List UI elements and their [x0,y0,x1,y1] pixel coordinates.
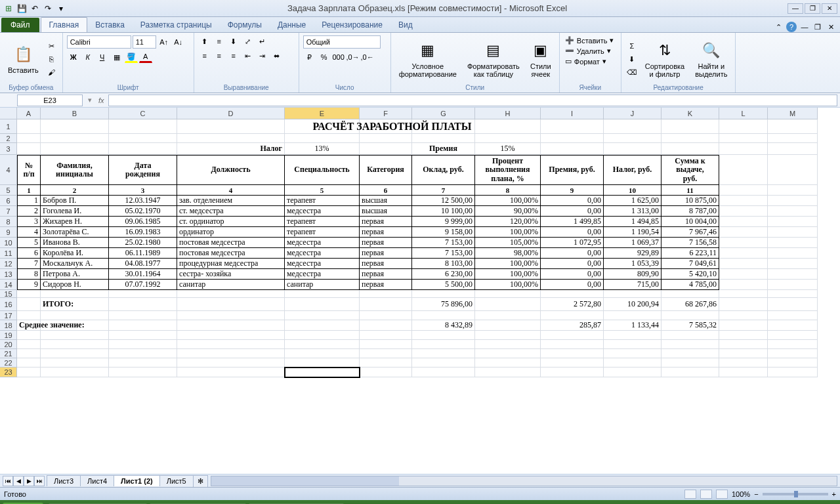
cell[interactable]: ст. ординатор [177,217,285,227]
cell[interactable]: 2 [41,185,109,196]
cell[interactable] [719,134,768,143]
cell[interactable]: РАСЧЁТ ЗАРАБОТНОЙ ПЛАТЫ [17,119,768,134]
cell[interactable]: 1 313,00 [604,206,662,217]
orientation-button[interactable]: ⤢ [242,35,255,47]
cell[interactable]: постовая медсестра [177,248,285,259]
row-header[interactable]: 7 [0,206,17,217]
row-header[interactable]: 19 [0,331,17,340]
cell[interactable]: 0,00 [541,269,604,280]
row-headers[interactable]: 1234567891011121314151617181920212223 [0,119,17,377]
cell[interactable] [17,331,41,340]
cell[interactable]: 5 [285,185,360,196]
autosum-button[interactable]: Σ [625,40,639,52]
cell[interactable] [360,340,412,349]
name-box[interactable] [17,94,83,106]
cell[interactable] [768,196,818,206]
find-select-button[interactable]: 🔍 Найти и выделить [691,39,731,79]
cell[interactable] [768,320,818,331]
cell[interactable]: 100,00% [475,227,541,238]
cell[interactable] [177,358,285,368]
cell[interactable] [768,290,818,298]
formula-input[interactable] [108,94,837,106]
cell[interactable] [662,290,719,298]
cell[interactable]: 6 230,00 [412,269,475,280]
page-layout-view-button[interactable] [700,490,712,499]
close-button[interactable]: ✕ [822,3,837,14]
cell[interactable]: Сумма к выдаче, руб. [662,155,719,185]
cell[interactable] [412,368,475,377]
fx-icon[interactable]: fx [94,96,108,104]
cell[interactable]: Иванова В. [41,238,109,248]
cell[interactable] [475,311,541,320]
cell[interactable] [768,119,818,134]
cell[interactable]: 90,00% [475,206,541,217]
align-center-button[interactable]: ≡ [213,50,226,62]
cell[interactable]: первая [360,280,412,290]
decrease-font-button[interactable]: A↓ [172,36,185,48]
cell[interactable]: 4 [177,185,285,196]
cell[interactable] [17,368,41,377]
cell[interactable]: ИТОГО: [41,298,109,311]
cell[interactable]: 7 585,32 [662,320,719,331]
cell[interactable]: Бобров П. [41,196,109,206]
row-header[interactable]: 12 [0,259,17,269]
cell[interactable] [475,290,541,298]
cell[interactable] [412,290,475,298]
tab-insert[interactable]: Вставка [87,18,133,32]
file-tab[interactable]: Файл [1,18,39,32]
cell[interactable] [541,331,604,340]
tab-formulas[interactable]: Формулы [220,18,270,32]
cell[interactable]: 5 [17,238,41,248]
insert-cells-button[interactable]: ➕Вставить ▾ [564,35,616,45]
cell[interactable]: 1 499,85 [541,217,604,227]
cell[interactable]: 9 [17,280,41,290]
column-header[interactable]: J [604,108,662,119]
cell[interactable] [768,238,818,248]
align-middle-button[interactable]: ≡ [213,35,226,47]
cell[interactable] [768,248,818,259]
column-header[interactable]: G [412,108,475,119]
merge-button[interactable]: ⬌ [270,50,284,62]
cell[interactable] [177,134,285,143]
cell[interactable] [719,143,768,155]
cell[interactable] [41,340,109,349]
cell[interactable]: первая [360,269,412,280]
cell[interactable]: 5 420,10 [662,269,719,280]
cell[interactable]: 10 875,00 [662,196,719,206]
cell[interactable] [475,320,541,331]
cell[interactable]: санитар [177,280,285,290]
cell[interactable] [719,206,768,217]
cell[interactable]: 3 [109,185,177,196]
cell[interactable] [285,331,360,340]
cell[interactable] [360,143,412,155]
cell[interactable]: 10 100,00 [412,206,475,217]
cell[interactable]: Сидоров Н. [41,280,109,290]
row-header[interactable]: 17 [0,311,17,320]
cell[interactable] [41,134,109,143]
cell[interactable] [768,311,818,320]
cell[interactable]: 0,00 [541,259,604,269]
italic-button[interactable]: К [81,51,94,63]
cell[interactable]: Королёва И. [41,248,109,259]
cell[interactable] [719,259,768,269]
cell[interactable]: первая [360,248,412,259]
cell[interactable] [360,134,412,143]
row-header[interactable]: 15 [0,290,17,298]
row-header[interactable]: 1 [0,119,17,134]
cell[interactable] [285,290,360,298]
cell[interactable] [475,358,541,368]
cell[interactable]: 6 [17,248,41,259]
column-header[interactable]: K [662,108,719,119]
cell[interactable] [360,298,412,311]
cell[interactable]: медсестра [285,269,360,280]
cell[interactable]: медсестра [285,238,360,248]
cell[interactable] [662,368,719,377]
cell[interactable]: 1 133,44 [604,320,662,331]
cell[interactable] [177,368,285,377]
increase-indent-button[interactable]: ⇥ [256,50,269,62]
cell[interactable]: 2 [17,206,41,217]
cell[interactable] [360,368,412,377]
column-header[interactable]: L [719,108,768,119]
cell[interactable]: Премия [412,143,475,155]
cell[interactable] [285,358,360,368]
